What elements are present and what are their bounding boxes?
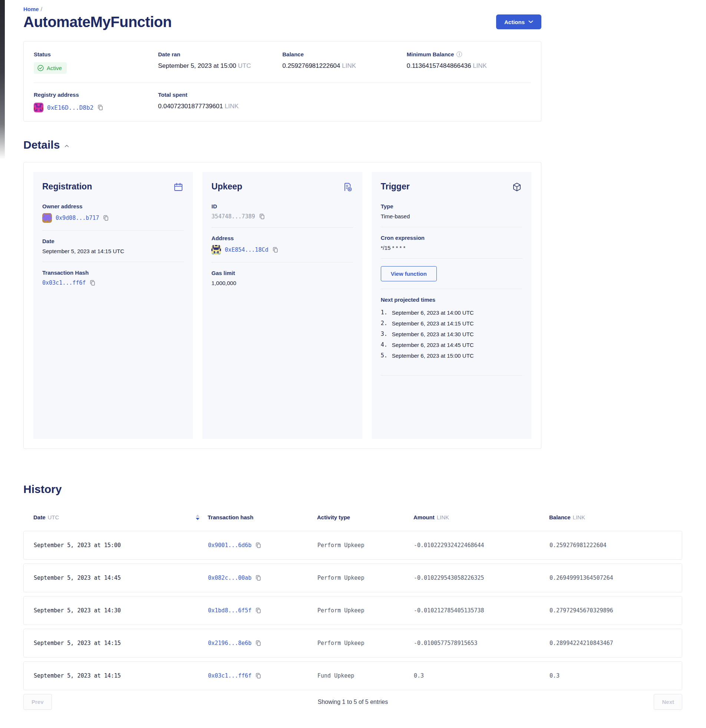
date-ran-field: Date ran September 5, 2023 at 15:00 UTC bbox=[158, 51, 282, 74]
col-tx-label[interactable]: Transaction hash bbox=[208, 514, 253, 520]
col-date-label[interactable]: Date bbox=[33, 514, 46, 520]
row-tx-link[interactable]: 0x9001...6d6b bbox=[208, 542, 252, 549]
owner-address-label: Owner address bbox=[42, 203, 184, 209]
upkeep-address-identicon bbox=[211, 245, 221, 255]
row-tx-link[interactable]: 0x1bd8...6f5f bbox=[208, 607, 252, 614]
registry-address-link[interactable]: 0xE16D...D8b2 bbox=[47, 104, 93, 111]
breadcrumb-home-link[interactable]: Home bbox=[23, 6, 39, 12]
row-date: September 5, 2023 at 14:15 bbox=[34, 640, 208, 646]
status-field: Status Active bbox=[34, 51, 158, 74]
copy-icon[interactable] bbox=[255, 575, 262, 581]
sort-icon[interactable] bbox=[196, 514, 200, 520]
copy-icon[interactable] bbox=[255, 542, 262, 549]
date-ran-suffix: UTC bbox=[238, 62, 251, 69]
row-date: September 5, 2023 at 14:45 bbox=[34, 575, 208, 581]
row-activity: Perform Upkeep bbox=[317, 542, 414, 549]
copy-icon[interactable] bbox=[97, 104, 104, 111]
divider bbox=[42, 262, 184, 262]
calendar-icon bbox=[173, 182, 184, 193]
upkeep-address-label: Address bbox=[211, 235, 353, 241]
row-balance: 0.3 bbox=[550, 672, 672, 679]
table-row: September 5, 2023 at 14:30 0x1bd8...6f5f… bbox=[23, 596, 682, 625]
history-table-header: DateUTC Transaction hash Activity type A… bbox=[23, 514, 682, 520]
list-item: 4.September 6, 2023 at 14:45 UTC bbox=[381, 339, 522, 350]
page-title: AutomateMyFunction bbox=[23, 14, 172, 30]
registration-card-title: Registration bbox=[42, 182, 92, 192]
divider bbox=[381, 289, 522, 289]
row-activity: Perform Upkeep bbox=[317, 640, 414, 646]
next-projected-times-field: Next projected times 1.September 6, 2023… bbox=[381, 296, 522, 361]
owner-address-link[interactable]: 0x9d08...b717 bbox=[56, 215, 99, 221]
copy-icon[interactable] bbox=[272, 247, 279, 253]
min-balance-label: Minimum Balance bbox=[407, 51, 454, 58]
list-item-number: 4. bbox=[381, 339, 388, 350]
col-activity-label[interactable]: Activity type bbox=[317, 514, 350, 520]
row-balance: 0.259276981222604 bbox=[550, 542, 672, 549]
row-activity: Fund Upkeep bbox=[317, 672, 414, 679]
row-date: September 5, 2023 at 14:30 bbox=[34, 607, 208, 614]
balance-value: 0.259276981222604 bbox=[282, 62, 340, 69]
min-balance-value: 0.11364157484866436 bbox=[407, 62, 471, 69]
col-amount-suffix: LINK bbox=[437, 514, 449, 520]
balance-suffix: LINK bbox=[342, 62, 356, 69]
list-item: 3.September 6, 2023 at 14:30 UTC bbox=[381, 329, 522, 339]
table-row: September 5, 2023 at 14:15 0x03c1...ff6f… bbox=[23, 661, 682, 690]
copy-icon[interactable] bbox=[255, 607, 262, 614]
registration-date-field: Date September 5, 2023 at 14:15 UTC bbox=[42, 238, 184, 254]
trigger-type-label: Type bbox=[381, 203, 522, 209]
list-item-text: September 6, 2023 at 14:15 UTC bbox=[392, 318, 474, 329]
col-amount-label[interactable]: Amount bbox=[414, 514, 435, 520]
registry-identicon bbox=[34, 103, 43, 112]
copy-icon[interactable] bbox=[103, 215, 109, 221]
list-item-text: September 6, 2023 at 14:00 UTC bbox=[392, 307, 474, 318]
breadcrumb-separator: / bbox=[41, 6, 42, 12]
transaction-hash-label: Transaction Hash bbox=[42, 270, 184, 276]
total-spent-value: 0.04072301877739601 bbox=[158, 103, 223, 110]
upkeep-id-label: ID bbox=[211, 203, 353, 209]
table-row: September 5, 2023 at 14:15 0x2196...8e6b… bbox=[23, 629, 682, 657]
transaction-hash-link[interactable]: 0x03c1...ff6f bbox=[42, 279, 86, 286]
check-circle-icon bbox=[38, 65, 44, 71]
row-amount: -0.010212785405135738 bbox=[414, 607, 550, 614]
view-function-button[interactable]: View function bbox=[381, 266, 437, 281]
row-tx-link[interactable]: 0x2196...8e6b bbox=[208, 640, 252, 646]
details-heading: Details bbox=[23, 139, 60, 151]
copy-icon[interactable] bbox=[89, 279, 96, 286]
upkeep-card-title: Upkeep bbox=[211, 182, 242, 192]
registry-address-label: Registry address bbox=[34, 91, 158, 98]
list-item: 2.September 6, 2023 at 14:15 UTC bbox=[381, 318, 522, 329]
cron-expression-value: */15 * * * * bbox=[381, 245, 522, 251]
cron-expression-field: Cron expression */15 * * * * bbox=[381, 235, 522, 251]
col-date-suffix: UTC bbox=[48, 514, 59, 520]
col-balance-label[interactable]: Balance bbox=[549, 514, 571, 520]
collapse-chevron-up-icon[interactable] bbox=[65, 144, 69, 147]
copy-icon[interactable] bbox=[255, 672, 262, 679]
row-activity: Perform Upkeep bbox=[317, 607, 414, 614]
prev-button[interactable]: Prev bbox=[23, 694, 52, 710]
details-panel: Registration Owner address 0x9d08...b717 bbox=[23, 162, 541, 449]
list-item-text: September 6, 2023 at 15:00 UTC bbox=[392, 350, 474, 361]
copy-icon[interactable] bbox=[259, 213, 265, 220]
upkeep-address-link[interactable]: 0xE854...18Cd bbox=[225, 247, 268, 253]
row-balance: 0.26949991364507264 bbox=[550, 575, 672, 581]
next-button[interactable]: Next bbox=[654, 694, 682, 710]
registry-address-field: Registry address 0xE16D...D8b2 bbox=[34, 91, 158, 112]
row-balance: 0.27972945670329896 bbox=[550, 607, 672, 614]
row-balance: 0.28994224210843467 bbox=[550, 640, 672, 646]
divider bbox=[211, 227, 353, 228]
info-icon[interactable]: i bbox=[456, 52, 462, 57]
owner-address-field: Owner address 0x9d08...b717 bbox=[42, 203, 184, 223]
balance-label: Balance bbox=[282, 51, 407, 58]
breadcrumb: Home/ bbox=[23, 0, 683, 12]
col-balance-suffix: LINK bbox=[573, 514, 585, 520]
next-projected-times-list: 1.September 6, 2023 at 14:00 UTC 2.Septe… bbox=[381, 307, 522, 361]
actions-button[interactable]: Actions bbox=[496, 14, 541, 29]
list-item-number: 3. bbox=[381, 329, 388, 339]
row-amount: -0.010229543058226325 bbox=[414, 575, 550, 581]
upkeep-card: Upkeep ID 354748...7389 A bbox=[203, 172, 362, 439]
copy-icon[interactable] bbox=[255, 640, 262, 646]
divider bbox=[381, 375, 522, 376]
row-tx-link[interactable]: 0x03c1...ff6f bbox=[208, 672, 252, 679]
screenshot-edge-strip bbox=[0, 0, 5, 159]
row-tx-link[interactable]: 0x082c...00ab bbox=[208, 575, 252, 581]
